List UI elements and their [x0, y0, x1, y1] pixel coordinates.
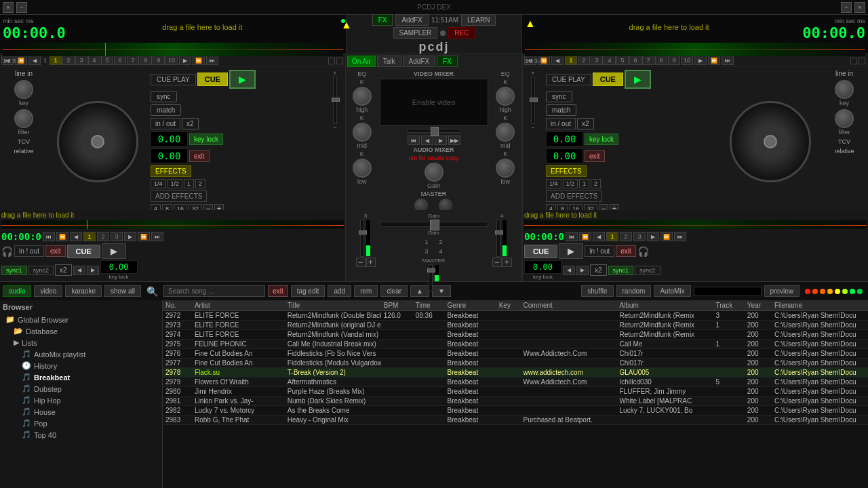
sidebar-pop[interactable]: 🎵 Pop: [3, 418, 159, 429]
right-match-btn[interactable]: match: [546, 104, 576, 116]
shuffle-btn[interactable]: shuffle: [581, 285, 613, 297]
left-add-effects-btn[interactable]: ADD EFFECTS: [151, 190, 207, 202]
minimize-btn-right[interactable]: −: [841, 2, 852, 13]
crossfader[interactable]: [380, 222, 488, 227]
table-row[interactable]: 2982Lucky 7 vs. MotorcyAs the Breaks Com…: [163, 406, 868, 415]
right-x2-btn[interactable]: x2: [577, 118, 594, 129]
col-time[interactable]: Time: [413, 300, 445, 311]
arrow-down-btn[interactable]: ▼: [432, 285, 451, 297]
table-row[interactable]: 2978Flack.suT-Break (Version 2)Breakbeat…: [163, 368, 868, 378]
left-lower-ffw[interactable]: ⏩: [138, 232, 150, 241]
sidebar-lists[interactable]: ▶ Lists: [3, 337, 159, 348]
right-ch-plus[interactable]: +: [502, 258, 512, 267]
fx-center-btn[interactable]: FX: [437, 56, 458, 67]
sidebar-top40[interactable]: 🎵 Top 40: [3, 429, 159, 441]
addfx-button[interactable]: AddFX: [395, 14, 429, 26]
eq1-low-knob[interactable]: [353, 159, 372, 178]
right-frac-2[interactable]: 1/2: [563, 179, 578, 188]
expand-btn-r2[interactable]: [859, 58, 865, 64]
right-cue-btn[interactable]: CUE: [593, 73, 623, 86]
table-row[interactable]: 2974ELITE FORCEReturn2Mindfunk (Vandal m…: [163, 330, 868, 340]
close-btn-left[interactable]: ×: [3, 2, 14, 13]
right-frac-4[interactable]: 2: [591, 179, 601, 188]
table-row[interactable]: 2983Robb G, The PhatHeavy - Original Mix…: [163, 415, 868, 425]
left-lower-n1[interactable]: 1: [83, 232, 96, 241]
vid-back[interactable]: ◀: [421, 136, 433, 145]
right-ch-minus[interactable]: −: [492, 258, 502, 267]
right-add-effects-btn[interactable]: ADD EFFECTS: [546, 190, 602, 202]
left-cue-play-btn[interactable]: CUE PLAY: [151, 74, 196, 85]
vid-play[interactable]: ▶: [435, 136, 447, 145]
gain-knob[interactable]: [425, 163, 443, 182]
sidebar-global-browser[interactable]: 📁 Global Browser: [3, 314, 159, 325]
minimize-btn-left[interactable]: −: [16, 2, 27, 13]
left-lower-arrow-l[interactable]: ◀: [73, 266, 85, 275]
left-lower-back[interactable]: ◀: [70, 232, 82, 241]
right-lower-arrow-l[interactable]: ◀: [563, 266, 575, 275]
talk-btn[interactable]: Talk: [377, 56, 401, 67]
left-lower-exit[interactable]: exit: [45, 245, 66, 257]
left-frac-3[interactable]: 1: [184, 179, 194, 188]
col-year[interactable]: Year: [745, 300, 772, 311]
sidebar-house[interactable]: 🎵 House: [3, 406, 159, 418]
right-lower-n2[interactable]: 2: [620, 232, 632, 241]
left-key-lock-btn[interactable]: key lock: [189, 134, 223, 145]
left-lower-arrow-r[interactable]: ▶: [87, 266, 99, 275]
left-ch-plus[interactable]: +: [366, 258, 376, 267]
col-comment[interactable]: Comment: [521, 300, 617, 311]
table-row[interactable]: 2979Flowers Of WraithAftermathmaticsBrea…: [163, 378, 868, 387]
right-lower-prev[interactable]: ⏮: [566, 232, 578, 241]
left-x2-btn[interactable]: x2: [182, 118, 199, 129]
table-row[interactable]: 2981Linkin Park vs. Jay-Numb (Dark Skies…: [163, 396, 868, 406]
right-effects-btn[interactable]: EFFECTS: [546, 165, 587, 177]
add-btn[interactable]: add: [328, 285, 351, 297]
eq2-low-knob[interactable]: [496, 159, 515, 178]
table-row[interactable]: 2977Fine Cut Bodies AnFiddlesticks (Modu…: [163, 359, 868, 368]
right-play-btn[interactable]: ▶: [625, 70, 651, 89]
sampler-button[interactable]: SAMPLER: [393, 27, 438, 39]
eq1-mid-knob[interactable]: [353, 123, 372, 142]
sidebar-hiphop[interactable]: 🎵 Hip Hop: [3, 394, 159, 406]
right-lower-play[interactable]: ▶: [559, 243, 583, 259]
table-row[interactable]: 2976Fine Cut Bodies AnFiddlesticks (Fb S…: [163, 349, 868, 359]
clear-btn[interactable]: clear: [380, 285, 408, 297]
right-key-knob[interactable]: [835, 80, 854, 99]
fx-button[interactable]: FX: [372, 14, 393, 26]
tab-showall[interactable]: show all: [104, 285, 141, 297]
right-lower-back[interactable]: ◀: [593, 232, 605, 241]
automix-btn[interactable]: AutoMix: [654, 285, 690, 297]
eq2-high-knob[interactable]: [496, 87, 515, 106]
col-filename[interactable]: Filename: [772, 300, 868, 311]
left-lower-n2[interactable]: 2: [97, 232, 109, 241]
right-frac-3[interactable]: 1: [579, 179, 589, 188]
left-lower-rew[interactable]: ⏪: [56, 232, 68, 241]
right-lower-arrow-r[interactable]: ▶: [576, 266, 589, 275]
left-frac-2[interactable]: 1/2: [167, 179, 183, 188]
expand-btn-r[interactable]: [850, 58, 857, 64]
tab-audio[interactable]: audio: [3, 285, 31, 297]
master-fader[interactable]: [429, 264, 433, 291]
rem-btn[interactable]: rem: [354, 285, 378, 297]
col-artist[interactable]: Artist: [192, 300, 285, 311]
col-track[interactable]: Track: [713, 300, 745, 311]
right-frac-1[interactable]: 1/4: [546, 179, 561, 188]
addfx-btn[interactable]: AddFX: [403, 56, 436, 67]
left-lower-prev[interactable]: ⏮: [43, 232, 55, 241]
right-sync1-btn[interactable]: sync1: [608, 266, 634, 275]
left-lower-play[interactable]: ▶: [102, 243, 126, 259]
sidebar-dubstep[interactable]: 🎵 Dubstep: [3, 383, 159, 394]
right-lower-rew[interactable]: ⏪: [579, 232, 591, 241]
right-lower-x2[interactable]: x2: [590, 264, 607, 276]
left-lower-n3[interactable]: 3: [111, 232, 123, 241]
col-key[interactable]: Key: [496, 300, 521, 311]
tag-edit-btn[interactable]: tag edit: [291, 285, 326, 297]
left-match-btn[interactable]: match: [151, 104, 181, 116]
right-lower-fwd[interactable]: ▶: [647, 232, 659, 241]
table-row[interactable]: 2980Jimi HendrixPurple Haze (Breaks Mix)…: [163, 387, 868, 396]
right-filter-knob[interactable]: [835, 109, 854, 128]
left-key-knob[interactable]: [14, 80, 33, 99]
preview-btn[interactable]: preview: [764, 285, 800, 297]
col-title[interactable]: Title: [285, 300, 381, 311]
right-lower-n3[interactable]: 3: [633, 232, 646, 241]
on-air-btn[interactable]: On Air: [347, 56, 376, 67]
